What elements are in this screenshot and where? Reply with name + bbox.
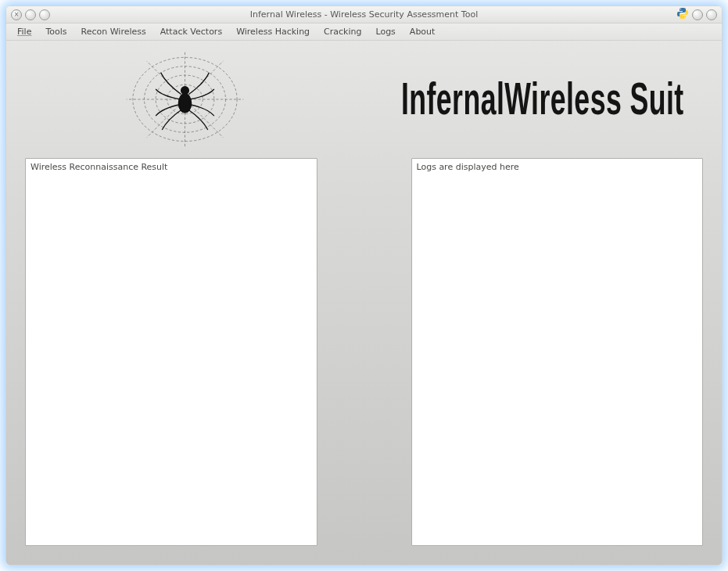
menubar: File Tools Recon Wireless Attack Vectors… [6, 23, 722, 41]
titlebar: × Infernal Wireless - Wireless Security … [6, 6, 722, 23]
tray-button-2[interactable] [706, 9, 717, 20]
svg-point-0 [680, 9, 681, 9]
window-maximize-button[interactable] [39, 9, 50, 20]
recon-result-pane[interactable]: Wireless Reconnaissance Result [25, 158, 317, 546]
app-window: × Infernal Wireless - Wireless Security … [5, 5, 723, 566]
window-close-button[interactable]: × [11, 9, 22, 20]
recon-result-label: Wireless Reconnaissance Result [30, 162, 167, 172]
menu-logs[interactable]: Logs [369, 25, 401, 38]
window-controls: × [11, 9, 50, 20]
menu-attack-vectors[interactable]: Attack Vectors [154, 25, 228, 38]
logo-wrap [6, 48, 364, 150]
svg-point-15 [181, 87, 189, 95]
menu-tools[interactable]: Tools [39, 25, 73, 38]
header: InfernalWireless Suit [6, 41, 722, 158]
logs-pane[interactable]: Logs are displayed here [411, 158, 704, 546]
tray-button-1[interactable] [692, 9, 703, 20]
menu-file[interactable]: File [11, 25, 38, 38]
logs-label: Logs are displayed here [417, 162, 519, 172]
window-title: Infernal Wireless - Wireless Security As… [6, 9, 722, 20]
window-minimize-button[interactable] [25, 9, 36, 20]
tray-area [676, 6, 717, 23]
spider-web-icon [120, 48, 249, 150]
menu-recon-wireless[interactable]: Recon Wireless [75, 25, 152, 38]
panes: Wireless Reconnaissance Result Logs are … [6, 158, 722, 565]
app-title-wrap: InfernalWireless Suit [364, 81, 723, 118]
app-title: InfernalWireless Suit [401, 74, 684, 125]
python-icon [676, 7, 689, 22]
svg-point-1 [684, 17, 685, 18]
close-icon: × [14, 12, 20, 18]
menu-wireless-hacking[interactable]: Wireless Hacking [230, 25, 316, 38]
menu-about[interactable]: About [403, 25, 442, 38]
menu-cracking[interactable]: Cracking [317, 25, 368, 38]
